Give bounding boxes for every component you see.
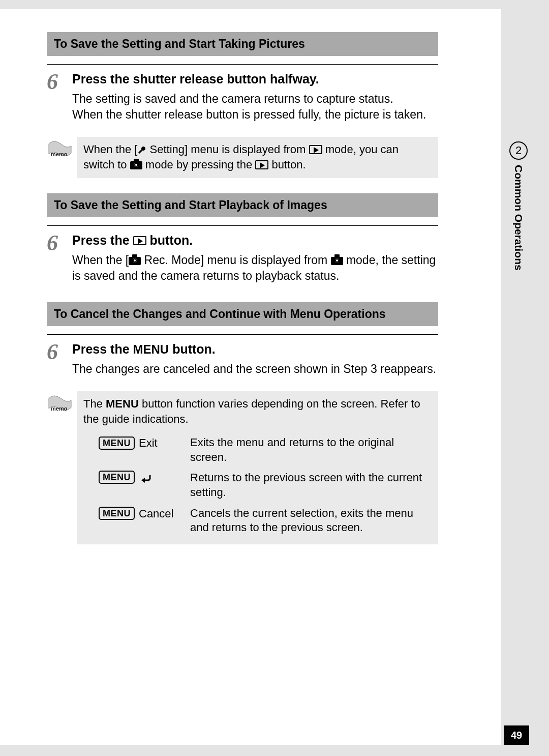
menu-function-table: MENU Exit Exits the menu and returns to …: [83, 432, 432, 538]
menu-button-icon: MENU: [99, 507, 135, 520]
step-body-text: The changes are canceled and the screen …: [72, 361, 438, 377]
table-row: MENU Exit Exits the menu and returns to …: [83, 432, 432, 468]
playback-icon: [133, 236, 146, 245]
table-row: MENU Returns to the previous screen with…: [83, 468, 432, 503]
content-area: To Save the Setting and Start Taking Pic…: [0, 9, 501, 544]
memo-icon: memo: [47, 394, 73, 416]
memo-text: The MENU button function varies dependin…: [77, 391, 438, 544]
menu-exit-desc: Exits the menu and returns to the origin…: [190, 435, 432, 464]
page-number: 49: [504, 725, 529, 745]
step-block-2: 6 Press the button. When the [ Rec. Mode…: [47, 225, 438, 284]
wrench-icon: [137, 143, 146, 153]
step-block-3: 6 Press the MENU button. The changes are…: [47, 334, 438, 377]
step-title: Press the button.: [72, 232, 438, 249]
page: To Save the Setting and Start Taking Pic…: [0, 9, 501, 745]
menu-cancel-desc: Cancels the current selection, exits the…: [190, 506, 432, 535]
camera-icon: [331, 257, 343, 265]
playback-icon: [255, 160, 268, 169]
menu-cancel-label: Cancel: [139, 506, 173, 521]
camera-icon: [130, 161, 142, 169]
step-block-1: 6 Press the shutter release button halfw…: [47, 64, 438, 123]
section-heading-cancel: To Cancel the Changes and Continue with …: [47, 302, 438, 326]
table-row: MENU Cancel Cancels the current selectio…: [83, 503, 432, 538]
step-title: Press the shutter release button halfway…: [72, 71, 438, 88]
step-title: Press the MENU button.: [72, 341, 438, 358]
chapter-number-badge: 2: [509, 141, 528, 160]
step-body-text: When the [ Rec. Mode] menu is displayed …: [72, 252, 438, 284]
step-number: 6: [47, 71, 72, 92]
playback-icon: [309, 145, 322, 154]
step-number: 6: [47, 232, 72, 253]
step-body-text: The setting is saved and the camera retu…: [72, 91, 438, 123]
section-heading-save-pictures: To Save the Setting and Start Taking Pic…: [47, 32, 438, 56]
chapter-title: Common Operations: [512, 165, 525, 271]
section-heading-save-playback: To Save the Setting and Start Playback o…: [47, 193, 438, 217]
memo-text: When the [ Setting] menu is displayed fr…: [77, 137, 438, 178]
memo-icon: memo: [47, 140, 73, 161]
menu-button-icon: MENU: [99, 437, 135, 450]
camera-icon: [129, 257, 141, 265]
memo-block-1: memo When the [ Setting] menu is display…: [47, 137, 438, 178]
memo-block-2: memo The MENU button function varies dep…: [47, 391, 438, 544]
menu-exit-label: Exit: [139, 435, 158, 451]
step-number: 6: [47, 341, 72, 362]
side-chapter-tab: 2 Common Operations: [508, 141, 529, 271]
menu-return-desc: Returns to the previous screen with the …: [190, 471, 432, 500]
menu-button-icon: MENU: [99, 471, 135, 484]
return-icon: [139, 472, 153, 482]
